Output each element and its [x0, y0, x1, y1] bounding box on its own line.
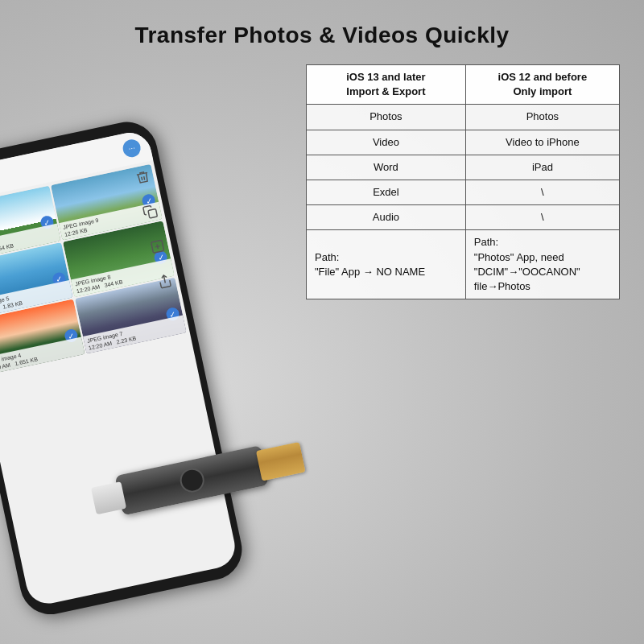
svg-line-3 [155, 246, 160, 247]
table-cell-path-left: Path:"File" App → NO NAME [307, 230, 466, 299]
table-header-ios13: iOS 13 and laterImport & Export [307, 65, 466, 105]
sidebar-icon-share[interactable] [154, 270, 176, 292]
sidebar-icon-copy[interactable] [138, 200, 161, 223]
table-cell-word-right: iPad [465, 155, 619, 180]
table-row: Audio \ [307, 205, 620, 230]
usb-connector-gold [256, 442, 306, 481]
table-cell-exdel-right: \ [465, 180, 619, 204]
table-row: Video Video to iPhone [307, 130, 620, 155]
table-header-ios12: iOS 12 and beforeOnly import [465, 65, 619, 105]
list-item: ✓ JPEG image 412:20 AM 1.651 KB [0, 299, 85, 375]
table-cell-word-left: Word [307, 155, 466, 180]
usb-body [115, 445, 269, 515]
table-cell-audio-right: \ [465, 205, 619, 230]
table-cell-video-left: Video [307, 130, 466, 155]
table-cell-exdel-left: Exdel [307, 180, 466, 204]
table-cell-path-right: Path:"Photos" App, need"DCIM"→"OOCANON"f… [465, 230, 619, 299]
svg-rect-0 [148, 208, 158, 218]
table-cell-video-right: Video to iPhone [465, 130, 619, 155]
table-row: Photos Photos [307, 105, 620, 130]
table-cell-photos-right: Photos [465, 105, 619, 130]
sidebar-icon-add[interactable] [146, 235, 168, 258]
table-row: Word iPad [307, 155, 620, 180]
comparison-table: iOS 13 and laterImport & Export iOS 12 a… [306, 64, 620, 299]
page-title: Transfer Photos & Videos Quickly [0, 23, 644, 48]
table-cell-audio-left: Audio [307, 205, 466, 230]
sidebar-icon-trash[interactable] [131, 166, 154, 188]
table-row: Exdel \ [307, 180, 620, 204]
table-row-path: Path:"File" App → NO NAME Path:"Photos" … [307, 230, 620, 299]
comparison-table-container: iOS 13 and laterImport & Export iOS 12 a… [306, 64, 620, 299]
usb-circle-detail [177, 466, 206, 495]
phone-screen: ✓ JPEG image 612:20 AM 1.254 KB ✓ JPEG i… [0, 129, 239, 608]
header-menu-button[interactable] [122, 138, 142, 159]
phone-body: ✓ JPEG image 612:20 AM 1.254 KB ✓ JPEG i… [0, 117, 247, 621]
table-cell-photos-left: Photos [307, 105, 466, 130]
